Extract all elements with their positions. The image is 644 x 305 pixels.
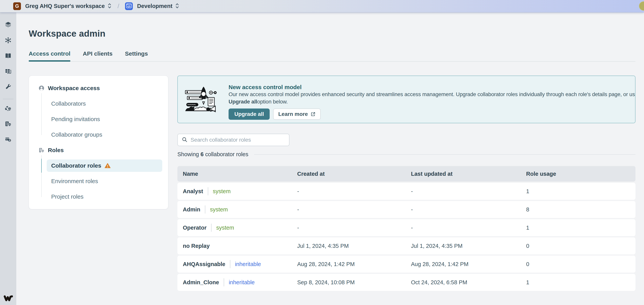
banner-body-line2: Upgrade all option below. — [228, 98, 636, 105]
tabs: Access control API clients Settings — [29, 50, 636, 62]
external-link-icon — [310, 112, 316, 117]
nav-section-header-workspace-access: Workspace access — [29, 80, 168, 96]
column-header-last-updated-at: Last updated at — [411, 171, 526, 177]
workspace-switcher-button[interactable] — [108, 2, 112, 10]
user-avatar[interactable] — [639, 1, 644, 11]
tab-settings[interactable]: Settings — [125, 50, 148, 61]
docs-icon[interactable] — [5, 52, 12, 59]
table-row[interactable]: AHQAssignableinheritableAug 28, 2024, 1:… — [178, 256, 636, 273]
created-at-cell: - — [297, 225, 411, 231]
sidebar-item-collaborators[interactable]: Collaborators — [29, 96, 168, 111]
last-updated-at-cell: Oct 24, 2024, 6:58 PM — [411, 279, 526, 286]
last-updated-at-cell: - — [411, 188, 526, 195]
nav-item-label: Pending invitations — [29, 116, 100, 122]
nav-section-title: Workspace access — [48, 85, 100, 91]
tag-divider — [224, 278, 224, 287]
roles-main: New access control model Our new access … — [178, 76, 636, 291]
table-row[interactable]: Operatorsystem--1 — [178, 219, 636, 236]
role-name: Operator — [183, 225, 206, 231]
banner-title: New access control model — [228, 84, 636, 91]
role-tag: inheritable — [235, 261, 261, 268]
banner-body-bold: Upgrade all — [228, 99, 257, 105]
created-at-cell: Sep 8, 2024, 10:08 PM — [297, 279, 411, 286]
sidebar-item-pending-invitations[interactable]: Pending invitations — [29, 111, 168, 127]
created-at-cell: - — [297, 188, 411, 195]
topbar: G Greg AHQ Super's workspace / Developme… — [0, 0, 644, 12]
name-cell: Operatorsystem — [183, 224, 297, 232]
services-icon[interactable] — [5, 68, 12, 75]
role-tag: inheritable — [229, 279, 255, 286]
compliance-icon[interactable] — [5, 121, 12, 127]
banner-buttons: Upgrade all Learn more — [228, 108, 636, 120]
roles-table-body: Analystsystem--1Adminsystem--8Operatorsy… — [178, 183, 636, 291]
roles-table: Name Created at Last updated at Role usa… — [178, 166, 636, 291]
column-header-name: Name — [183, 171, 297, 177]
breadcrumb-separator: / — [118, 2, 119, 10]
banner-body-rest: option below. — [257, 99, 288, 105]
table-row[interactable]: no ReplayJul 1, 2024, 4:35 PMJul 1, 2024… — [178, 237, 636, 255]
role-name: Admin_Clone — [183, 279, 219, 286]
nav-children-roles: Collaborator rolesEnvironment rolesProje… — [29, 158, 168, 204]
created-at-cell: Aug 28, 2024, 1:42 PM — [297, 261, 411, 268]
last-updated-at-cell: Aug 28, 2024, 1:42 PM — [411, 261, 526, 268]
nav-item-label: Environment roles — [29, 178, 98, 184]
role-usage-cell: 1 — [526, 225, 636, 231]
role-name: no Replay — [183, 243, 210, 249]
role-tag: system — [213, 188, 231, 195]
project-name: Development — [137, 3, 172, 9]
search-input[interactable] — [190, 137, 285, 143]
role-name: Analyst — [183, 188, 203, 195]
table-row[interactable]: Admin_CloneinheritableSep 8, 2024, 10:08… — [178, 274, 636, 291]
tag-divider — [205, 205, 205, 214]
workspace-name: Greg AHQ Super's workspace — [25, 3, 105, 9]
banner-content: New access control model Our new access … — [228, 84, 636, 119]
access-control-icon[interactable] — [5, 105, 12, 112]
table-row[interactable]: Adminsystem--8 — [178, 201, 636, 218]
created-at-cell: - — [297, 206, 411, 213]
role-usage-cell: 0 — [526, 243, 636, 249]
upgrade-all-button[interactable]: Upgrade all — [228, 108, 270, 120]
tag-divider — [230, 260, 230, 268]
user-circle-icon — [38, 85, 45, 91]
table-header: Name Created at Last updated at Role usa… — [178, 166, 636, 182]
aiven-logo[interactable] — [3, 294, 13, 302]
last-updated-at-cell: - — [411, 206, 526, 213]
summary-divider — [254, 154, 636, 155]
sidebar-item-environment-roles[interactable]: Environment roles — [29, 173, 168, 189]
sidebar-item-collaborator-groups[interactable]: Collaborator groups — [29, 127, 168, 142]
learn-more-button[interactable]: Learn more — [273, 108, 321, 120]
sidebar-item-collaborator-roles[interactable]: Collaborator roles — [29, 158, 168, 173]
role-usage-cell: 1 — [526, 279, 636, 286]
code-window-icon — [126, 2, 132, 10]
active-nav-pill[interactable]: Collaborator roles — [47, 159, 162, 172]
results-summary: Showing 6 collaborator roles — [178, 151, 636, 158]
created-at-cell: Jul 1, 2024, 4:35 PM — [297, 243, 411, 249]
role-name: AHQAssignable — [183, 261, 225, 268]
project-icon — [125, 2, 133, 10]
billing-icon[interactable]: $ — [5, 136, 12, 143]
tab-api-clients[interactable]: API clients — [83, 50, 112, 61]
nav-item-label: Collaborator roles — [51, 162, 101, 169]
tab-access-control[interactable]: Access control — [29, 50, 70, 61]
rail-divider — [3, 99, 14, 99]
integrations-icon[interactable] — [5, 37, 12, 44]
role-tag: system — [216, 225, 234, 231]
name-cell: Admin_Cloneinheritable — [183, 278, 297, 287]
role-tag: system — [210, 206, 228, 213]
banner-body-line1: Our new access control model provides en… — [228, 91, 636, 98]
tools-icon[interactable] — [5, 83, 12, 90]
table-row[interactable]: Analystsystem--1 — [178, 183, 636, 200]
search-icon — [182, 137, 188, 143]
sidebar-item-project-roles[interactable]: Project roles — [29, 189, 168, 204]
warning-icon — [105, 163, 110, 169]
results-count: 6 — [200, 151, 204, 157]
name-cell: Analystsystem — [183, 187, 297, 195]
name-cell: AHQAssignableinheritable — [183, 260, 297, 268]
project-switcher-button[interactable] — [175, 2, 179, 10]
last-updated-at-cell: Jul 1, 2024, 4:35 PM — [411, 243, 526, 249]
workspace-avatar: G — [13, 2, 21, 10]
chevron-updown-icon — [175, 2, 179, 10]
column-header-role-usage: Role usage — [526, 171, 636, 177]
layers-icon[interactable] — [5, 21, 12, 28]
role-usage-cell: 1 — [526, 188, 636, 195]
